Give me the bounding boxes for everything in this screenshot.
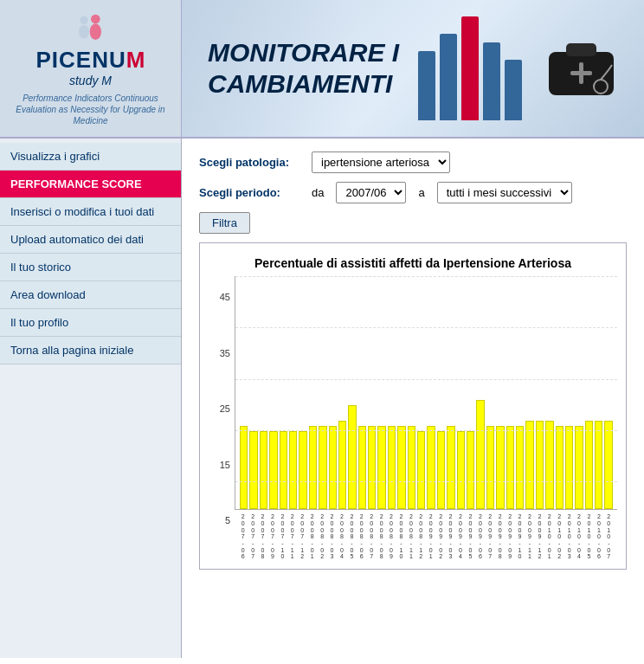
bar-col xyxy=(269,431,277,509)
bar-col xyxy=(476,400,484,509)
sidebar-item-storico[interactable]: Il tuo storico xyxy=(0,254,181,281)
header-main: MONITORARE I CAMBIAMENTI xyxy=(182,0,644,137)
chart-title: Percentuale di assistiti affetti da Iper… xyxy=(209,256,617,270)
x-label-col: 2008-09 xyxy=(387,513,395,560)
bar-col xyxy=(417,431,425,509)
a-label: a xyxy=(418,186,424,199)
x-label-col: 2009-03 xyxy=(447,513,454,560)
da-label: da xyxy=(312,186,324,199)
x-label-col: 2010-04 xyxy=(575,513,583,560)
sidebar-item-download[interactable]: Area download xyxy=(0,281,181,309)
bar-decor-4 xyxy=(505,60,522,120)
bar-col xyxy=(427,426,435,509)
bar xyxy=(516,426,524,509)
bar xyxy=(377,426,385,509)
x-label-col: 2009-09 xyxy=(506,513,513,560)
grid-line-45 xyxy=(235,276,617,277)
svg-point-1 xyxy=(79,25,89,39)
grid-line-25 xyxy=(235,379,617,380)
bar-col xyxy=(516,426,524,509)
bar xyxy=(338,421,346,509)
y-axis: 5 15 25 35 45 xyxy=(209,292,235,525)
x-label-col: 2009-07 xyxy=(486,513,494,560)
bar-col xyxy=(536,421,544,509)
bar-col xyxy=(377,426,385,509)
bar xyxy=(525,421,533,509)
logo-icon xyxy=(74,10,108,45)
bar-col xyxy=(368,426,376,509)
da-select[interactable]: 2007/06 2007/07 xyxy=(336,182,406,203)
sidebar-item-grafici[interactable]: Visualizza i grafici xyxy=(0,143,181,171)
x-label-col: 2008-01 xyxy=(308,513,316,560)
bar xyxy=(260,431,267,509)
y-label-25: 25 xyxy=(209,403,230,414)
sidebar: Visualizza i grafici PERFORMANCE SCORE I… xyxy=(0,139,182,658)
patologia-select[interactable]: ipertensione arteriosa xyxy=(312,151,450,173)
x-label-col: 2009-01 xyxy=(427,513,435,560)
logo-subtitle: study M xyxy=(69,74,112,87)
sidebar-item-inserisci[interactable]: Inserisci o modifica i tuoi dati xyxy=(0,198,181,226)
bar xyxy=(536,421,544,509)
header-title: MONITORARE I CAMBIAMENTI xyxy=(208,37,399,100)
bar xyxy=(496,426,504,509)
bar xyxy=(457,431,465,509)
bar xyxy=(556,426,564,509)
header: PICENUM study M Performance Indicators C… xyxy=(0,0,644,139)
sidebar-item-upload[interactable]: Upload automatico dei dati xyxy=(0,226,181,254)
x-label-col: 2008-10 xyxy=(397,513,405,560)
bar-col xyxy=(457,431,465,509)
grid-line-15 xyxy=(235,430,617,431)
bar-col xyxy=(565,426,573,509)
x-label-col: 2010-05 xyxy=(585,513,593,560)
svg-point-2 xyxy=(91,15,100,24)
decorative-bars xyxy=(418,16,522,120)
bar xyxy=(595,421,602,509)
bar-col xyxy=(496,426,504,509)
grid-line-5 xyxy=(235,481,617,482)
bar-col xyxy=(447,426,454,509)
bar xyxy=(575,426,583,509)
sidebar-item-home[interactable]: Torna alla pagina iniziale xyxy=(0,337,181,364)
logo-tagline: Performance Indicators Continuous Evalua… xyxy=(9,93,172,126)
logo-section: PICENUM study M Performance Indicators C… xyxy=(0,0,182,137)
x-label-col: 2008-07 xyxy=(367,513,375,560)
x-label-col: 2009-12 xyxy=(536,513,544,560)
bar-col xyxy=(585,421,593,509)
bar-decor-red xyxy=(461,16,479,120)
bar-col xyxy=(506,426,514,509)
bar xyxy=(437,431,445,509)
bar-decor-3 xyxy=(483,42,500,120)
sidebar-item-profilo[interactable]: Il tuo profilo xyxy=(0,309,181,337)
bar-col xyxy=(525,421,533,509)
sidebar-item-performance[interactable]: PERFORMANCE SCORE xyxy=(0,171,181,198)
y-label-35: 35 xyxy=(209,348,230,358)
bar xyxy=(358,426,366,509)
bar xyxy=(486,426,494,509)
bar-col xyxy=(486,426,494,509)
x-label-col: 2008-02 xyxy=(318,513,325,560)
bar xyxy=(476,400,484,509)
bar xyxy=(348,405,356,509)
bar xyxy=(447,426,454,509)
bar xyxy=(545,421,553,509)
x-label-col: 2007-12 xyxy=(299,513,306,560)
y-label-15: 15 xyxy=(209,460,230,470)
bar xyxy=(565,426,573,509)
bar xyxy=(467,431,474,509)
content: Scegli patologia: ipertensione arteriosa… xyxy=(182,139,644,658)
bar-col xyxy=(595,421,602,509)
filtra-button[interactable]: Filtra xyxy=(199,212,250,234)
svg-point-3 xyxy=(89,23,100,40)
a-select[interactable]: tutti i mesi successivi xyxy=(437,182,572,203)
svg-point-0 xyxy=(80,16,87,24)
chart-area: 5 15 25 35 45 2007-062 xyxy=(209,283,617,560)
bar-decor-2 xyxy=(440,34,457,120)
bar xyxy=(240,426,248,509)
bar-col xyxy=(249,431,257,509)
bar-col xyxy=(348,405,356,509)
filter-row-patologia: Scegli patologia: ipertensione arteriosa xyxy=(199,151,627,173)
bar-col xyxy=(289,431,297,509)
bar-col xyxy=(575,426,583,509)
x-label-col: 2010-07 xyxy=(605,513,613,560)
x-label-col: 2008-03 xyxy=(328,513,336,560)
